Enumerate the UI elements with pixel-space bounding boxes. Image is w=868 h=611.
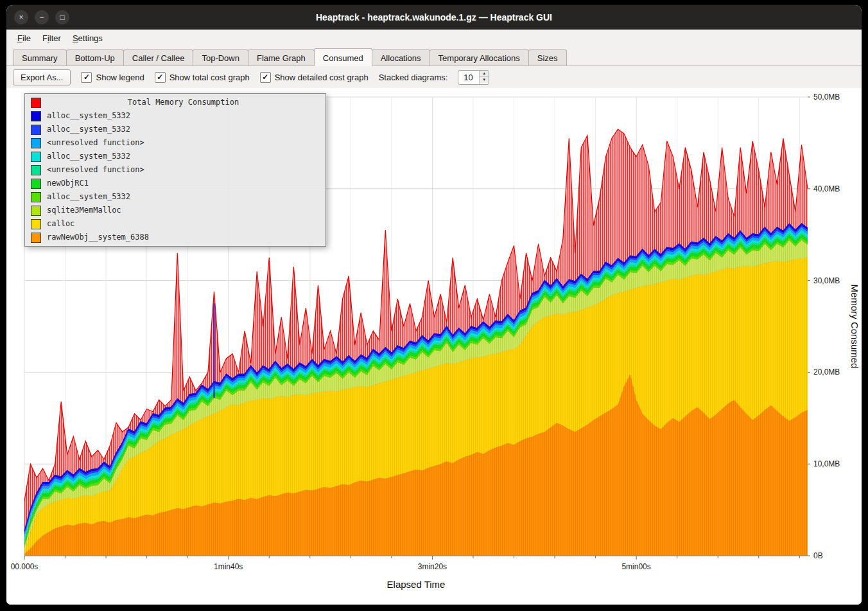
legend-color-swatch	[31, 165, 41, 175]
minimize-button[interactable]: −	[35, 10, 49, 24]
titlebar[interactable]: ×−□ Heaptrack - heaptrack.wakunode.1.gz …	[6, 5, 862, 30]
tab-flame-graph[interactable]: Flame Graph	[248, 49, 315, 66]
spinner-down-button[interactable]: ▼	[480, 77, 489, 83]
tab-bottom-up[interactable]: Bottom-Up	[66, 49, 124, 66]
y-tick-label: 20,0MB	[813, 367, 840, 376]
legend-item: alloc__system_5332	[25, 123, 326, 136]
close-button[interactable]: ×	[14, 10, 28, 24]
legend-item: alloc__system_5332	[25, 150, 326, 163]
export-as-button[interactable]: Export As...	[13, 69, 71, 85]
x-tick-label: 00.000s	[11, 562, 39, 571]
legend-item: alloc__system_5332	[25, 190, 326, 204]
spinner-up-button[interactable]: ▲	[480, 71, 489, 77]
checkbox-check-icon[interactable]: ✓	[260, 72, 271, 83]
toolbar: Export As... ✓Show legend✓Show total cos…	[6, 66, 862, 88]
legend-color-swatch	[31, 152, 41, 162]
checkbox-show-detailed-cost-graph[interactable]: ✓Show detailed cost graph	[260, 72, 369, 83]
legend-label: <unresolved function>	[47, 164, 144, 175]
spinner-buttons: ▲ ▼	[479, 71, 489, 84]
checkbox-check-icon[interactable]: ✓	[81, 72, 92, 83]
checkbox-show-total-cost-graph[interactable]: ✓Show total cost graph	[155, 72, 250, 83]
tab-sizes[interactable]: Sizes	[528, 49, 567, 66]
legend-title-row: Total Memory Consumption	[25, 96, 326, 109]
checkbox-label: Show detailed cost graph	[275, 73, 369, 82]
legend-color-swatch	[31, 233, 41, 243]
chart-area: 00.000s1min40s3min20s5min00s0B10,0MB20,0…	[6, 88, 862, 605]
legend-item: <unresolved function>	[25, 163, 326, 177]
legend-label: alloc__system_5332	[47, 191, 130, 202]
menu-settings[interactable]: Settings	[67, 31, 108, 45]
menubar: FileFilterSettings	[6, 30, 862, 46]
legend-item: alloc__system_5332	[25, 109, 326, 123]
legend-label: rawNewObj__system_6388	[47, 232, 149, 243]
x-axis-title: Elapsed Time	[387, 579, 446, 590]
checkbox-label: Show total cost graph	[169, 73, 250, 82]
checkbox-check-icon[interactable]: ✓	[155, 72, 166, 83]
tab-caller-callee[interactable]: Caller / Callee	[123, 49, 194, 66]
tab-summary[interactable]: Summary	[13, 49, 67, 66]
menu-filter[interactable]: Filter	[37, 31, 67, 45]
legend-color-swatch	[31, 138, 41, 148]
tab-temporary-allocations[interactable]: Temporary Allocations	[430, 49, 529, 66]
y-axis-title: Memory Consumed	[849, 285, 860, 369]
legend-color-swatch	[31, 192, 41, 202]
stacked-diagrams-spinner[interactable]: 10 ▲ ▼	[458, 70, 489, 85]
legend-label: alloc__system_5332	[47, 151, 130, 162]
y-tick-label: 30,0MB	[813, 276, 840, 285]
tabbar: SummaryBottom-UpCaller / CalleeTop-DownF…	[6, 46, 862, 66]
legend-color-swatch	[31, 219, 41, 229]
y-tick-label: 40,0MB	[813, 184, 840, 193]
legend-color-swatch	[31, 179, 41, 189]
legend-color-swatch	[31, 206, 41, 216]
legend-item: rawNewObj__system_6388	[25, 231, 326, 244]
y-tick-label: 10,0MB	[813, 459, 840, 468]
x-tick-label: 3min20s	[418, 562, 447, 571]
menu-file[interactable]: File	[12, 31, 37, 45]
toolbar-checkboxes: ✓Show legend✓Show total cost graph✓Show …	[81, 72, 368, 83]
tab-consumed[interactable]: Consumed	[314, 48, 372, 66]
legend-label: Total Memory Consumption	[47, 97, 320, 108]
window-controls: ×−□	[6, 10, 69, 24]
legend-item: sqlite3MemMalloc	[25, 204, 326, 217]
legend-color-swatch	[31, 125, 41, 135]
legend-label: sqlite3MemMalloc	[47, 205, 121, 216]
checkbox-label: Show legend	[96, 73, 144, 82]
stacked-diagrams-label: Stacked diagrams:	[379, 73, 448, 82]
chart-legend: Total Memory Consumptionalloc__system_53…	[24, 93, 326, 247]
legend-color-swatch	[31, 111, 41, 121]
y-tick-label: 50,0MB	[813, 93, 840, 102]
legend-item: <unresolved function>	[25, 136, 326, 150]
legend-label: alloc__system_5332	[47, 124, 130, 135]
legend-label: <unresolved function>	[47, 137, 144, 148]
legend-label: calloc	[47, 218, 74, 229]
tab-allocations[interactable]: Allocations	[372, 49, 430, 66]
tab-top-down[interactable]: Top-Down	[193, 49, 248, 66]
legend-item: newObjRC1	[25, 177, 326, 190]
legend-item: calloc	[25, 217, 326, 231]
checkbox-show-legend[interactable]: ✓Show legend	[81, 72, 144, 83]
legend-label: newObjRC1	[47, 178, 89, 189]
legend-label: alloc__system_5332	[47, 111, 130, 121]
spinner-value[interactable]: 10	[458, 71, 479, 84]
legend-color-swatch	[31, 98, 41, 108]
window-title: Heaptrack - heaptrack.wakunode.1.gz — He…	[6, 12, 862, 22]
maximize-button[interactable]: □	[55, 10, 69, 24]
y-tick-label: 0B	[813, 551, 823, 560]
app-window: ×−□ Heaptrack - heaptrack.wakunode.1.gz …	[6, 5, 862, 605]
x-tick-label: 1min40s	[214, 562, 243, 571]
x-tick-label: 5min00s	[621, 562, 650, 571]
